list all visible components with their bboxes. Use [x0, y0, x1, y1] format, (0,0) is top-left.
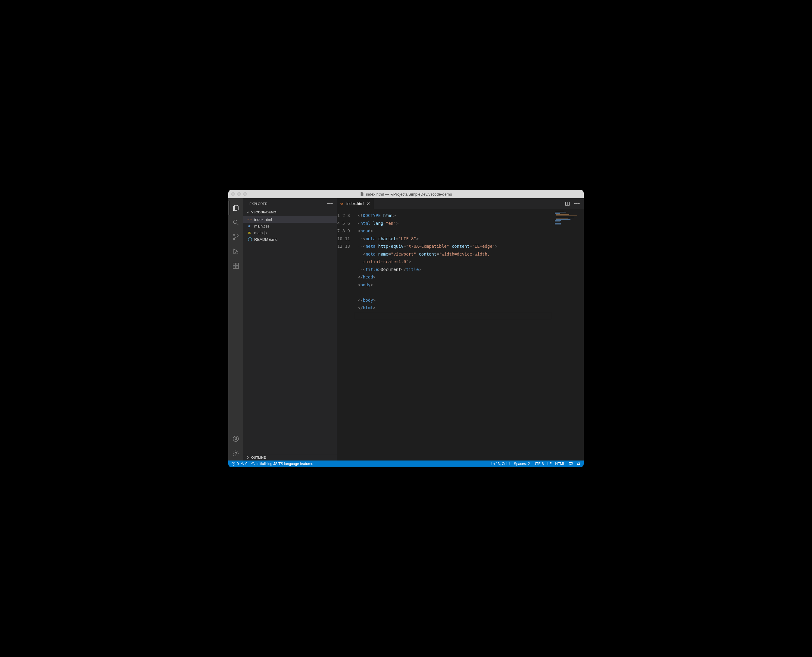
- svg-text:JS: JS: [248, 231, 251, 234]
- activity-settings[interactable]: [228, 446, 243, 461]
- status-feedback[interactable]: [569, 462, 573, 466]
- activity-bar: [228, 198, 243, 461]
- titlebar: index.html — ~/Projects/SimpleDev/vscode…: [228, 190, 584, 198]
- account-icon: [232, 435, 239, 442]
- extensions-icon: [232, 262, 239, 269]
- status-language-init[interactable]: Initializing JS/TS language features: [251, 462, 313, 466]
- explorer-sidebar: EXPLORER ••• VSCODE-DEMO <>index.html#ma…: [243, 198, 337, 461]
- bell-icon: [576, 462, 581, 466]
- chevron-down-icon: [246, 210, 250, 214]
- svg-point-11: [235, 437, 237, 439]
- file-label: main.js: [254, 230, 267, 235]
- status-language[interactable]: HTML: [555, 462, 565, 466]
- status-spaces[interactable]: Spaces: 2: [514, 462, 530, 466]
- svg-rect-9: [236, 263, 239, 266]
- md-file-icon: [248, 237, 252, 242]
- js-file-icon: JS: [248, 230, 252, 235]
- status-sync-text: Initializing JS/TS language features: [256, 462, 313, 466]
- status-problems[interactable]: 0 0: [231, 462, 247, 466]
- svg-rect-18: [250, 239, 250, 240]
- sync-icon: [251, 462, 255, 466]
- branch-icon: [232, 233, 239, 240]
- editor-area: <> index.html ••• 1 2 3 4 5 6 7 8 9 10 1…: [337, 198, 584, 461]
- search-icon: [232, 219, 239, 226]
- svg-point-36: [242, 464, 242, 465]
- editor-more-icon[interactable]: •••: [574, 201, 580, 206]
- file-label: index.html: [254, 217, 272, 222]
- traffic-close[interactable]: [231, 192, 235, 196]
- svg-rect-6: [233, 263, 236, 266]
- current-line-highlight: [355, 312, 551, 319]
- activity-search[interactable]: [228, 215, 243, 230]
- error-icon: [231, 462, 236, 466]
- status-encoding[interactable]: UTF-8: [533, 462, 543, 466]
- svg-text:<>: <>: [340, 202, 344, 206]
- file-icon: [360, 192, 364, 196]
- traffic-minimize[interactable]: [238, 192, 241, 196]
- traffic-zoom[interactable]: [243, 192, 247, 196]
- svg-rect-7: [233, 266, 236, 269]
- status-bell[interactable]: [576, 462, 581, 466]
- tab-bar: <> index.html •••: [337, 198, 584, 209]
- activity-accounts[interactable]: [228, 431, 243, 446]
- split-editor-icon[interactable]: [565, 201, 570, 206]
- svg-point-37: [579, 462, 581, 464]
- svg-text:#: #: [248, 224, 251, 228]
- window-title: index.html — ~/Projects/SimpleDev/vscode…: [228, 192, 584, 196]
- sidebar-more-icon[interactable]: •••: [327, 201, 333, 206]
- editor-actions: •••: [561, 198, 584, 209]
- folder-name: VSCODE-DEMO: [251, 210, 276, 214]
- svg-point-0: [233, 220, 237, 224]
- code-content[interactable]: <!DOCTYPE html> <html lang="en"> <head> …: [355, 209, 584, 461]
- feedback-icon: [569, 462, 573, 466]
- status-bar: 0 0 Initializing JS/TS language features…: [228, 461, 584, 467]
- svg-rect-8: [236, 266, 239, 269]
- traffic-lights: [231, 192, 247, 196]
- status-eol[interactable]: LF: [547, 462, 551, 466]
- folder-header[interactable]: VSCODE-DEMO: [243, 209, 337, 215]
- warning-icon: [240, 462, 244, 466]
- status-cursor[interactable]: Ln 13, Col 1: [491, 462, 510, 466]
- svg-rect-17: [250, 238, 250, 239]
- file-item-README-md[interactable]: README.md: [243, 236, 337, 243]
- file-list: <>index.html#main.cssJSmain.jsREADME.md: [243, 215, 337, 243]
- files-icon: [232, 204, 239, 212]
- svg-point-4: [237, 235, 238, 236]
- sidebar-title: EXPLORER: [249, 202, 267, 206]
- file-item-main-js[interactable]: JSmain.js: [243, 229, 337, 236]
- activity-source-control[interactable]: [228, 230, 243, 244]
- file-label: README.md: [254, 237, 277, 242]
- svg-line-1: [237, 223, 239, 225]
- svg-text:<>: <>: [248, 218, 252, 221]
- html-file-icon: <>: [340, 201, 345, 206]
- outline-label: OUTLINE: [251, 456, 265, 459]
- tab-label: index.html: [346, 201, 364, 206]
- tab-index-html[interactable]: <> index.html: [337, 198, 374, 209]
- run-icon: [232, 248, 239, 255]
- activity-extensions[interactable]: [228, 258, 243, 273]
- line-gutter: 1 2 3 4 5 6 7 8 9 10 11 12 13: [337, 209, 355, 461]
- editor-body[interactable]: 1 2 3 4 5 6 7 8 9 10 11 12 13 <!DOCTYPE …: [337, 209, 584, 461]
- file-item-main-css[interactable]: #main.css: [243, 223, 337, 229]
- html-file-icon: <>: [248, 217, 252, 222]
- status-errors: 0: [237, 462, 239, 466]
- vscode-window: index.html — ~/Projects/SimpleDev/vscode…: [228, 190, 584, 467]
- svg-point-3: [233, 238, 234, 240]
- activity-explorer[interactable]: [228, 201, 243, 215]
- activity-run[interactable]: [228, 244, 243, 258]
- css-file-icon: #: [248, 224, 252, 229]
- file-label: main.css: [254, 224, 270, 229]
- chevron-right-icon: [246, 455, 250, 459]
- svg-point-2: [233, 234, 234, 235]
- gear-icon: [232, 450, 239, 457]
- tab-close-icon[interactable]: [366, 201, 371, 206]
- file-item-index-html[interactable]: <>index.html: [243, 216, 337, 223]
- outline-section[interactable]: OUTLINE: [243, 454, 337, 461]
- status-warnings: 0: [245, 462, 248, 466]
- sidebar-header: EXPLORER •••: [243, 198, 337, 209]
- svg-point-12: [235, 452, 237, 454]
